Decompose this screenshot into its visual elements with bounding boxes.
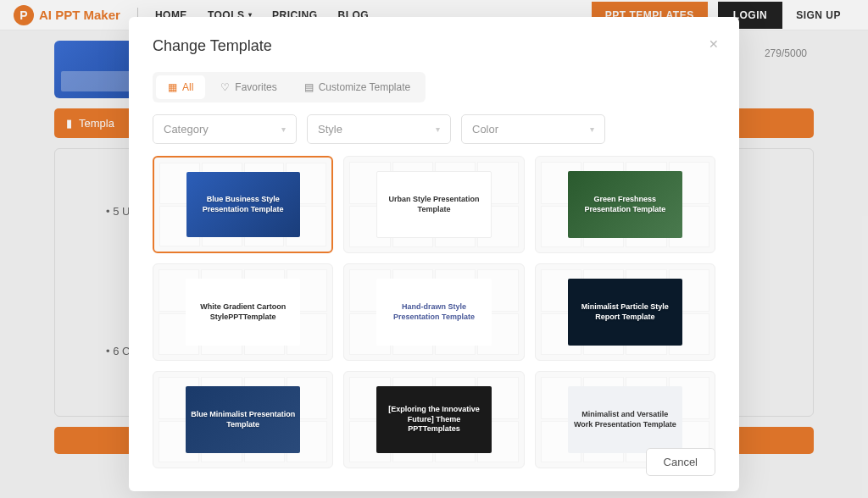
template-card[interactable]: Urban Style Presentation Template [343, 156, 524, 253]
modal-title: Change Template [153, 37, 715, 55]
change-template-modal: Change Template ✕ ▦ All ♡ Favorites ▤ Cu… [129, 17, 739, 491]
tab-all[interactable]: ▦ All [156, 75, 205, 99]
grid-icon: ▦ [168, 81, 177, 93]
tab-favorites-label: Favorites [235, 81, 276, 93]
template-card[interactable]: White Gradient Cartoon StylePPTTemplate [153, 263, 333, 361]
template-title: White Gradient Cartoon StylePPTTemplate [191, 302, 295, 322]
style-select[interactable]: Style ▾ [307, 114, 451, 144]
template-title: Blue Minimalist Presentation Template [191, 410, 295, 429]
cancel-button[interactable]: Cancel [646, 448, 715, 476]
heart-icon: ♡ [220, 81, 230, 93]
template-title: Minimalist Particle Style Report Templat… [573, 302, 677, 322]
tab-all-label: All [182, 81, 193, 93]
template-card[interactable]: Blue Minimalist Presentation Template [153, 371, 333, 468]
template-card[interactable]: Hand-drawn Style Presentation Template [343, 263, 524, 361]
tab-customize-label: Customize Template [319, 81, 411, 93]
color-label: Color [472, 123, 498, 136]
color-select[interactable]: Color ▾ [461, 114, 605, 144]
template-title: [Exploring the Innovative Future] Theme … [381, 405, 486, 434]
chevron-down-icon: ▾ [281, 125, 286, 134]
style-label: Style [318, 123, 342, 136]
template-title: Blue Business Style Presentation Templat… [192, 195, 295, 214]
chevron-down-icon: ▾ [590, 125, 594, 134]
close-icon[interactable]: ✕ [709, 37, 719, 51]
template-title: Hand-drawn Style Presentation Template [381, 302, 486, 322]
template-card[interactable]: Minimalist Particle Style Report Templat… [535, 263, 715, 361]
template-title: Green Freshness Presentation Template [573, 195, 677, 214]
chevron-down-icon: ▾ [436, 125, 440, 134]
template-grid: Blue Business Style Presentation Templat… [153, 156, 715, 468]
view-tabs: ▦ All ♡ Favorites ▤ Customize Template [153, 72, 426, 102]
filter-row: Category ▾ Style ▾ Color ▾ [153, 114, 715, 144]
template-title: Minimalist and Versatile Work Presentati… [573, 410, 677, 429]
category-select[interactable]: Category ▾ [153, 114, 297, 144]
modal-overlay: Change Template ✕ ▦ All ♡ Favorites ▤ Cu… [0, 0, 868, 498]
template-card[interactable]: [Exploring the Innovative Future] Theme … [343, 371, 524, 468]
tab-favorites[interactable]: ♡ Favorites [209, 75, 288, 99]
customize-icon: ▤ [304, 81, 314, 93]
template-title: Urban Style Presentation Template [382, 195, 485, 214]
template-card[interactable]: Green Freshness Presentation Template [535, 156, 715, 253]
category-label: Category [164, 123, 209, 136]
tab-customize[interactable]: ▤ Customize Template [292, 75, 423, 99]
template-card[interactable]: Blue Business Style Presentation Templat… [153, 156, 333, 253]
